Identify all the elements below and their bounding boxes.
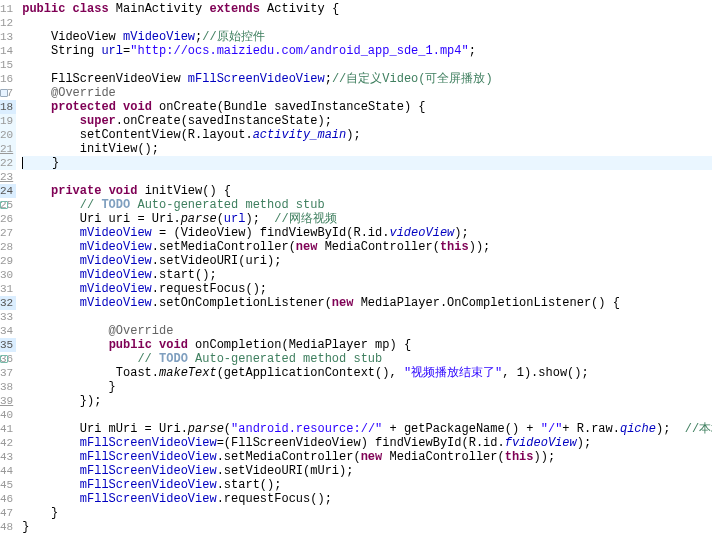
line-number-value: 21	[0, 143, 13, 155]
code-line[interactable]: mFllScreenVideoView.start();	[22, 478, 712, 492]
code-token: fvideoView	[505, 436, 577, 450]
code-token: Auto-generated method stub	[130, 198, 324, 212]
line-number[interactable]: 17	[0, 86, 16, 100]
line-number[interactable]: 12	[0, 16, 16, 30]
line-number[interactable]: 16	[0, 72, 16, 86]
code-token	[22, 226, 80, 240]
code-token: );	[346, 128, 360, 142]
line-number[interactable]: 48	[0, 520, 16, 534]
code-token: //网络视频	[274, 212, 336, 226]
code-line[interactable]: });	[22, 394, 712, 408]
line-number[interactable]: 18	[0, 100, 16, 114]
code-line[interactable]: mFllScreenVideoView.setMediaController(n…	[22, 450, 712, 464]
code-line[interactable]: String url="http://ocs.maiziedu.com/andr…	[22, 44, 712, 58]
line-number[interactable]: 42	[0, 436, 16, 450]
code-line[interactable]	[22, 58, 712, 72]
code-token: (getApplicationContext(),	[217, 366, 404, 380]
code-line[interactable]	[22, 310, 712, 324]
code-token: );	[577, 436, 591, 450]
line-number[interactable]: 20	[0, 128, 16, 142]
code-line[interactable]: VideoView mVideoView;//原始控件	[22, 30, 712, 44]
line-number[interactable]: 25	[0, 198, 16, 212]
code-token: ));	[469, 240, 491, 254]
code-line[interactable]: @Override	[22, 324, 712, 338]
code-line[interactable]: }	[22, 380, 712, 394]
line-number[interactable]: 37	[0, 366, 16, 380]
code-token: (	[217, 212, 224, 226]
line-number[interactable]: 11	[0, 2, 16, 16]
line-number[interactable]: 14	[0, 44, 16, 58]
code-line[interactable]: public class MainActivity extends Activi…	[22, 2, 712, 16]
code-token: mFllScreenVideoView	[80, 492, 217, 506]
code-line[interactable]: mVideoView.setOnCompletionListener(new M…	[22, 296, 712, 310]
line-number[interactable]: 29	[0, 254, 16, 268]
code-line[interactable]: FllScreenVideoView mFllScreenVideoView;/…	[22, 72, 712, 86]
code-line[interactable]: mVideoView.start();	[22, 268, 712, 282]
code-line[interactable]: // TODO Auto-generated method stub	[22, 198, 712, 212]
code-line[interactable]: private void initView() {	[22, 184, 712, 198]
code-token	[22, 282, 80, 296]
line-number[interactable]: 36	[0, 352, 16, 366]
line-number[interactable]: 35	[0, 338, 16, 352]
code-token: mVideoView	[123, 30, 195, 44]
code-token	[22, 254, 80, 268]
line-number[interactable]: 44	[0, 464, 16, 478]
code-line[interactable]: }	[22, 156, 712, 170]
code-line[interactable]: mVideoView.requestFocus();	[22, 282, 712, 296]
code-token: parse	[181, 212, 217, 226]
line-number[interactable]: 32	[0, 296, 16, 310]
line-number[interactable]: 31	[0, 282, 16, 296]
code-line[interactable]: mFllScreenVideoView=(FllScreenVideoView)…	[22, 436, 712, 450]
code-line[interactable]: mVideoView.setMediaController(new MediaC…	[22, 240, 712, 254]
code-editor-area[interactable]: public class MainActivity extends Activi…	[16, 0, 712, 541]
code-token: "android.resource://"	[231, 422, 382, 436]
line-number[interactable]: 15	[0, 58, 16, 72]
line-number[interactable]: 21	[0, 142, 16, 156]
line-number-value: 17	[0, 87, 13, 99]
line-number[interactable]: 24	[0, 184, 16, 198]
code-line[interactable]: super.onCreate(savedInstanceState);	[22, 114, 712, 128]
line-number[interactable]: 27	[0, 226, 16, 240]
line-number[interactable]: 13	[0, 30, 16, 44]
line-number[interactable]: 45	[0, 478, 16, 492]
line-number[interactable]: 47	[0, 506, 16, 520]
line-number[interactable]: 26	[0, 212, 16, 226]
line-number[interactable]: 23	[0, 170, 16, 184]
code-line[interactable]	[22, 16, 712, 30]
code-line[interactable]: protected void onCreate(Bundle savedInst…	[22, 100, 712, 114]
code-line[interactable]: setContentView(R.layout.activity_main);	[22, 128, 712, 142]
code-token: = (VideoView) findViewById(R.id.	[152, 226, 390, 240]
code-line[interactable]: // TODO Auto-generated method stub	[22, 352, 712, 366]
code-line[interactable]: initView();	[22, 142, 712, 156]
line-number[interactable]: 28	[0, 240, 16, 254]
code-line[interactable]: mVideoView.setVideoURI(uri);	[22, 254, 712, 268]
code-token: Uri mUri = Uri.	[22, 422, 188, 436]
line-number[interactable]: 22	[0, 156, 16, 170]
code-line[interactable]: Uri mUri = Uri.parse("android.resource:/…	[22, 422, 712, 436]
line-number[interactable]: 34	[0, 324, 16, 338]
code-line[interactable]: mVideoView = (VideoView) findViewById(R.…	[22, 226, 712, 240]
line-number[interactable]: 19	[0, 114, 16, 128]
line-number[interactable]: 39	[0, 394, 16, 408]
code-line[interactable]	[22, 408, 712, 422]
line-number[interactable]: 46	[0, 492, 16, 506]
code-line[interactable]: }	[22, 506, 712, 520]
line-number[interactable]: 38	[0, 380, 16, 394]
code-token: String	[22, 44, 101, 58]
line-number[interactable]: 41	[0, 422, 16, 436]
code-line[interactable]: mFllScreenVideoView.setVideoURI(mUri);	[22, 464, 712, 478]
code-token: });	[22, 394, 101, 408]
code-line[interactable]	[22, 170, 712, 184]
line-number[interactable]: 33	[0, 310, 16, 324]
line-number[interactable]: 30	[0, 268, 16, 282]
code-line[interactable]: @Override	[22, 86, 712, 100]
code-line[interactable]: mFllScreenVideoView.requestFocus();	[22, 492, 712, 506]
line-number[interactable]: 43	[0, 450, 16, 464]
code-line[interactable]: public void onCompletion(MediaPlayer mp)…	[22, 338, 712, 352]
code-token: Auto-generated method stub	[188, 352, 382, 366]
code-line[interactable]: Toast.makeText(getApplicationContext(), …	[22, 366, 712, 380]
line-number[interactable]: 40	[0, 408, 16, 422]
code-line[interactable]: Uri uri = Uri.parse(url); //网络视频	[22, 212, 712, 226]
line-number-value: 26	[0, 213, 13, 225]
code-line[interactable]: }	[22, 520, 712, 534]
